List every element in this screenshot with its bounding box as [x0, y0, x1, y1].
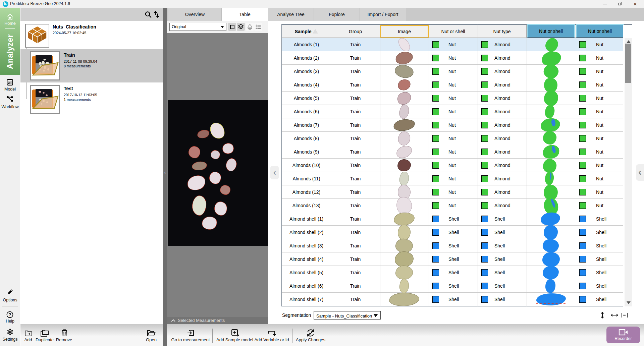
svg-text:?: ? [9, 312, 11, 317]
